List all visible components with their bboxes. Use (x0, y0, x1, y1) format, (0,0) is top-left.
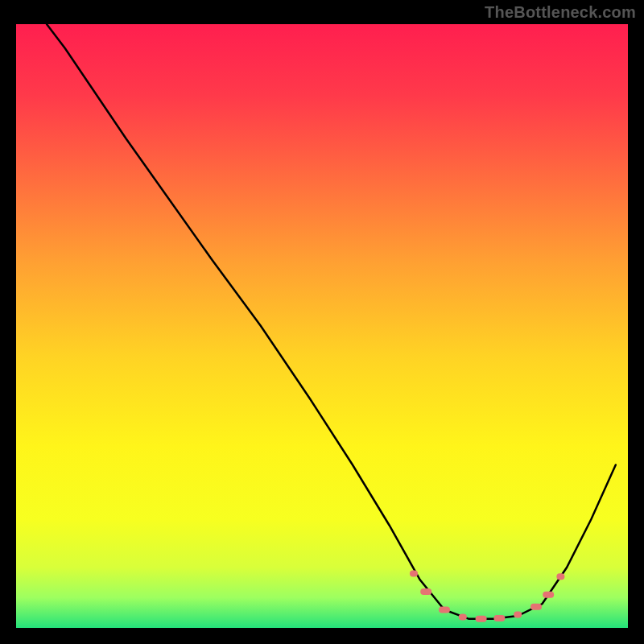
optimum-dot (420, 588, 431, 595)
bottleneck-chart (16, 24, 628, 628)
optimum-dot (543, 592, 554, 598)
optimum-dot (530, 604, 542, 610)
optimum-dot (410, 571, 418, 577)
optimum-dot (476, 616, 487, 622)
gradient-background (16, 24, 628, 628)
watermark-text: TheBottleneck.com (485, 3, 636, 22)
optimum-dot (514, 612, 522, 618)
optimum-dot (493, 615, 505, 621)
optimum-dot (459, 614, 467, 621)
chart-frame: TheBottleneck.com (0, 0, 644, 644)
optimum-dot (439, 607, 450, 613)
optimum-dot (556, 573, 564, 580)
plot-area (16, 24, 628, 628)
